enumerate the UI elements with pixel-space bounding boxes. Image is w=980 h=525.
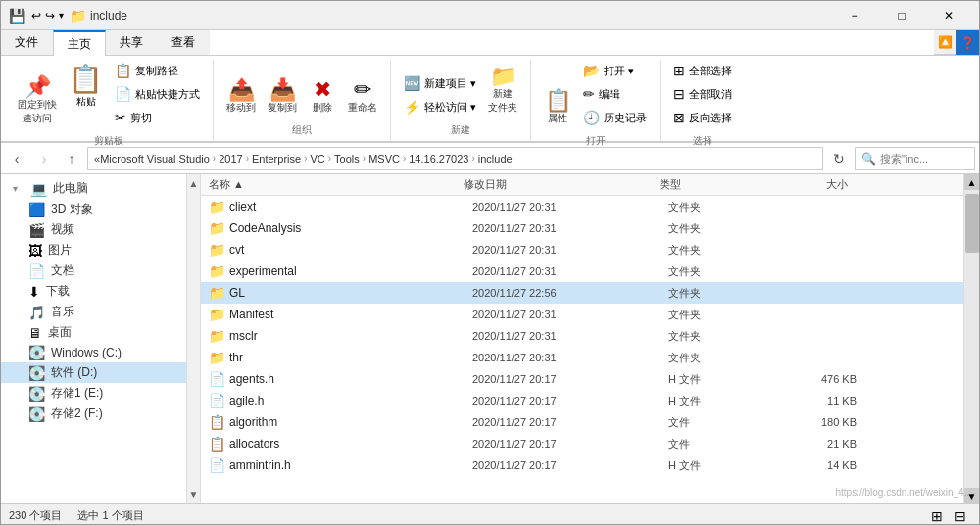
- sidebar-item-thispc[interactable]: ▾ 💻 此电脑: [1, 178, 186, 199]
- scroll-down-icon[interactable]: ▼: [189, 489, 199, 500]
- file-type: 文件: [668, 415, 786, 430]
- scroll-up-btn[interactable]: ▲: [964, 174, 980, 190]
- scroll-thumb[interactable]: [965, 194, 979, 253]
- sidebar-item-drive-e[interactable]: 💽 存储1 (E:): [1, 383, 186, 404]
- table-row[interactable]: 📄 ammintrin.h 2020/11/27 20:17 H 文件 14 K…: [201, 454, 963, 476]
- table-row[interactable]: 📋 allocators 2020/11/27 20:17 文件 21 KB: [201, 433, 963, 454]
- file-size: 180 KB: [786, 416, 864, 428]
- table-row[interactable]: 📁 CodeAnalysis 2020/11/27 20:31 文件夹: [201, 217, 963, 239]
- select-all-button[interactable]: ⊞ 全部选择: [668, 60, 737, 81]
- paste-button[interactable]: 📋 粘贴: [64, 60, 108, 128]
- file-icon: 📁: [209, 307, 225, 322]
- copy-path-button[interactable]: 📋 复制路径: [110, 60, 205, 81]
- col-header-date[interactable]: 修改日期: [464, 177, 660, 192]
- sidebar-item-drive-d[interactable]: 💽 软件 (D:): [1, 362, 186, 383]
- scroll-up-icon[interactable]: ▲: [189, 178, 199, 189]
- table-row[interactable]: 📁 thr 2020/11/27 20:31 文件夹: [201, 347, 963, 368]
- edit-icon: ✏: [583, 86, 595, 102]
- forward-button[interactable]: ›: [32, 147, 56, 170]
- refresh-button[interactable]: ↻: [827, 147, 851, 170]
- table-row[interactable]: 📁 experimental 2020/11/27 20:31 文件夹: [201, 261, 963, 282]
- table-row[interactable]: 📁 GL 2020/11/27 22:56 文件夹: [201, 282, 963, 304]
- file-icon: 📁: [209, 350, 225, 365]
- minimize-button[interactable]: −: [832, 1, 877, 30]
- window-controls: − □ ✕: [832, 1, 971, 30]
- file-type: 文件夹: [668, 286, 786, 301]
- file-type: 文件夹: [668, 351, 786, 365]
- quick-save-icon[interactable]: 💾: [9, 8, 25, 24]
- sidebar-item-3dobjects[interactable]: 🟦 3D 对象: [1, 199, 186, 219]
- table-row[interactable]: 📁 cvt 2020/11/27 20:31 文件夹: [201, 239, 963, 261]
- new-folder-button[interactable]: 📁 新建文件夹: [483, 63, 522, 118]
- sidebar-item-desktop[interactable]: 🖥 桌面: [1, 322, 186, 343]
- back-button[interactable]: ‹: [5, 147, 28, 170]
- file-list-header: 名称 ▲ 修改日期 类型 大小: [201, 174, 963, 196]
- sidebar-item-music[interactable]: 🎵 音乐: [1, 302, 186, 322]
- pin-to-quickaccess-button[interactable]: 📌 固定到快速访问: [13, 73, 62, 128]
- invert-selection-button[interactable]: ⊠ 反向选择: [668, 107, 737, 128]
- table-row[interactable]: 📁 Manifest 2020/11/27 20:31 文件夹: [201, 304, 963, 325]
- tab-view[interactable]: 查看: [158, 30, 210, 55]
- scrollbar[interactable]: ▲ ▼: [963, 174, 979, 503]
- delete-button[interactable]: ✖ 删除: [304, 76, 341, 118]
- address-path-bar[interactable]: « Microsoft Visual Studio › 2017 › Enter…: [87, 147, 823, 170]
- title-quick-access: 💾 ↩ ↪ ▾: [9, 8, 64, 24]
- file-size: 21 KB: [786, 438, 864, 450]
- sidebar-item-drive-f[interactable]: 💽 存储2 (F:): [1, 404, 186, 424]
- sidebar-item-downloads[interactable]: ⬇ 下载: [1, 281, 186, 302]
- table-row[interactable]: 📁 msclr 2020/11/27 20:31 文件夹: [201, 325, 963, 347]
- close-button[interactable]: ✕: [926, 1, 971, 30]
- open-button[interactable]: 📂 打开 ▾: [578, 60, 652, 81]
- details-view-button[interactable]: ⊞: [926, 506, 948, 526]
- file-date: 2020/11/27 20:17: [472, 459, 668, 471]
- sidebar-item-drive-c[interactable]: 💽 Windows (C:): [1, 343, 186, 362]
- new-item-button[interactable]: 🆕 新建项目 ▾: [399, 72, 481, 94]
- quick-undo-icon[interactable]: ↩: [31, 9, 41, 23]
- file-name: Manifest: [229, 308, 472, 321]
- file-type: H 文件: [668, 458, 786, 473]
- up-button[interactable]: ↑: [60, 147, 83, 170]
- col-header-type[interactable]: 类型: [660, 177, 777, 192]
- col-header-size[interactable]: 大小: [777, 177, 856, 192]
- tab-file[interactable]: 文件: [1, 30, 53, 55]
- maximize-button[interactable]: □: [879, 1, 924, 30]
- history-button[interactable]: 🕘 历史记录: [578, 107, 652, 128]
- move-to-button[interactable]: 📤 移动到: [221, 76, 261, 118]
- sidebar-item-documents[interactable]: 📄 文档: [1, 261, 186, 281]
- easy-access-button[interactable]: ⚡ 轻松访问 ▾: [399, 96, 481, 118]
- quick-redo-icon[interactable]: ↪: [45, 9, 55, 23]
- scroll-down-btn[interactable]: ▼: [964, 488, 980, 503]
- sidebar: ▾ 💻 此电脑 🟦 3D 对象 🎬 视频 🖼 图片 📄 文档 ⬇ 下载 🎵 音乐: [1, 174, 187, 503]
- tab-share[interactable]: 共享: [106, 30, 158, 55]
- table-row[interactable]: 📋 algorithm 2020/11/27 20:17 文件 180 KB: [201, 411, 963, 433]
- cut-button[interactable]: ✂ 剪切: [110, 107, 205, 128]
- sidebar-item-pictures[interactable]: 🖼 图片: [1, 240, 186, 261]
- select-none-button[interactable]: ⊟ 全部取消: [668, 83, 737, 105]
- edit-button[interactable]: ✏ 编辑: [578, 83, 652, 105]
- music-icon: 🎵: [28, 305, 45, 320]
- tab-home[interactable]: 主页: [53, 30, 106, 56]
- properties-button[interactable]: 📋 属性: [539, 87, 576, 128]
- copy-to-button[interactable]: 📥 复制到: [263, 76, 302, 118]
- documents-icon: 📄: [28, 263, 45, 279]
- ribbon-group-clipboard: 📌 固定到快速访问 📋 粘贴 📋 复制路径: [5, 60, 214, 141]
- dropdown-arrow-icon[interactable]: ▾: [59, 10, 64, 21]
- ribbon-expand-icon[interactable]: 🔼: [938, 35, 953, 49]
- crumb-version: 14.16.27023: [409, 153, 468, 165]
- large-icons-view-button[interactable]: ⊟: [950, 506, 971, 526]
- sidebar-item-videos[interactable]: 🎬 视频: [1, 219, 186, 240]
- file-name: agile.h: [229, 394, 472, 407]
- file-type: 文件夹: [668, 243, 786, 258]
- col-header-name[interactable]: 名称 ▲: [209, 177, 464, 192]
- table-row[interactable]: 📄 agents.h 2020/11/27 20:17 H 文件 476 KB: [201, 368, 963, 390]
- file-icon: 📁: [209, 220, 225, 236]
- help-icon[interactable]: ❓: [960, 36, 975, 50]
- table-row[interactable]: 📁 cliext 2020/11/27 20:31 文件夹: [201, 196, 963, 217]
- file-name: msclr: [229, 329, 472, 343]
- search-input[interactable]: [880, 153, 968, 165]
- item-count: 230 个项目: [9, 508, 62, 523]
- paste-shortcut-button[interactable]: 📄 粘贴快捷方式: [110, 83, 205, 105]
- rename-button[interactable]: ✏ 重命名: [343, 76, 382, 118]
- search-box[interactable]: 🔍: [855, 147, 975, 170]
- table-row[interactable]: 📄 agile.h 2020/11/27 20:17 H 文件 11 KB: [201, 390, 963, 411]
